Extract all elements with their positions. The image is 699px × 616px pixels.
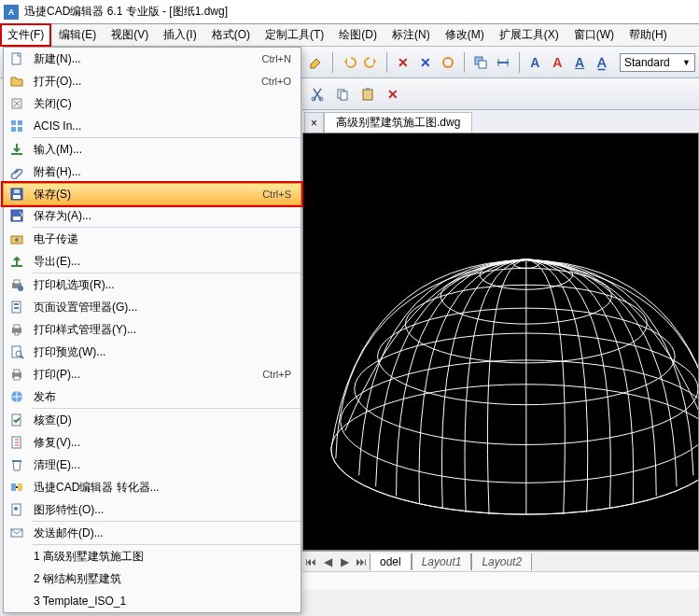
delete-x-icon[interactable]: ✕ (382, 83, 404, 105)
layout-tabs: ⏮ ◀ ▶ ⏭ odel Layout1 Layout2 (302, 551, 699, 571)
file-menu-item[interactable]: 3 Template_ISO_1 (4, 590, 301, 612)
svg-rect-48 (341, 91, 347, 100)
file-menu-item[interactable]: 输入(M)... (4, 138, 301, 161)
open-icon (4, 70, 30, 92)
redo-icon[interactable] (361, 51, 382, 74)
tool-paint-icon[interactable] (306, 51, 327, 74)
blue-x-icon[interactable]: ✕ (415, 51, 436, 74)
text-a3-button[interactable]: A (569, 51, 590, 74)
file-menu-item[interactable]: 迅捷CAD编辑器 转化器... (4, 476, 301, 498)
menu-item-label: 打印机选项(R)... (30, 277, 291, 293)
file-menu-item[interactable]: 2 钢结构别墅建筑 (4, 567, 301, 590)
copy-prop-icon[interactable] (470, 51, 491, 74)
file-menu-item[interactable]: 保存(S)Ctrl+S (3, 183, 301, 205)
red-x-icon[interactable]: ✕ (393, 51, 413, 74)
menu-item-label: 打印样式管理器(Y)... (30, 322, 291, 338)
menu-edit[interactable]: 编辑(E) (51, 23, 104, 47)
svg-line-32 (21, 356, 23, 358)
file-menu-item[interactable]: 打印机选项(R)... (4, 273, 301, 296)
conv-icon (4, 476, 30, 498)
new-icon (4, 48, 30, 70)
layout-tab-1[interactable]: Layout1 (412, 553, 472, 570)
dim-icon[interactable] (493, 51, 513, 74)
file-menu-item[interactable]: 关闭(C) (4, 92, 301, 115)
menu-item-label: 保存(S) (30, 187, 262, 203)
menu-item-label: 2 钢结构别墅建筑 (30, 571, 291, 587)
file-menu-dropdown: 新建(N)...Ctrl+N打开(O)...Ctrl+O关闭(C)ACIS In… (3, 47, 301, 613)
file-menu-item[interactable]: 打印(P)...Ctrl+P (4, 363, 301, 385)
menu-item-label: 打印预览(W)... (30, 344, 291, 360)
menu-dimension[interactable]: 标注(N) (384, 23, 438, 47)
svg-rect-14 (13, 195, 21, 199)
file-menu-item[interactable]: 电子传递 (4, 228, 301, 250)
copy-icon[interactable] (331, 83, 354, 105)
style-combo[interactable]: Standard ▼ (620, 53, 695, 72)
saveas-icon (4, 204, 30, 227)
recover-icon (4, 431, 30, 454)
file-menu-item[interactable]: 发送邮件(D)... (4, 522, 301, 544)
menu-modify[interactable]: 修改(M) (438, 23, 492, 47)
doc-tab-1[interactable]: 高级别墅建筑施工图.dwg (324, 112, 472, 133)
layout-last-icon[interactable]: ⏭ (353, 553, 370, 570)
window-title: 迅捷CAD编辑器 6.1 专业版 - [图纸1.dwg] (24, 4, 228, 20)
layout-first-icon[interactable]: ⏮ (302, 553, 319, 570)
document-tabs: × 高级别墅建筑施工图.dwg (302, 110, 699, 133)
file-menu-item[interactable]: 修复(V)... (4, 431, 301, 454)
svg-rect-15 (14, 189, 20, 193)
file-menu-item[interactable]: 打印样式管理器(Y)... (4, 318, 301, 341)
paste-icon[interactable] (356, 83, 379, 105)
menu-draw[interactable]: 绘图(D) (331, 23, 384, 47)
svg-point-19 (15, 238, 19, 242)
file-menu-item[interactable]: 保存为(A)... (4, 204, 301, 227)
mail-icon (4, 522, 30, 544)
file-menu-item[interactable]: 导出(E)... (4, 250, 301, 273)
file-menu-item[interactable]: ACIS In... (4, 115, 301, 137)
menu-help[interactable]: 帮助(H) (622, 23, 675, 47)
file-menu-item[interactable]: 1 高级别墅建筑施工图 (4, 545, 301, 567)
menu-insert[interactable]: 插入(I) (156, 23, 203, 47)
pagesetup-icon (4, 296, 30, 318)
drawing-canvas[interactable] (302, 133, 699, 551)
layout-tab-model[interactable]: odel (370, 553, 412, 570)
menu-item-label: 发布 (30, 389, 291, 405)
file-menu-item[interactable]: 附着(H)... (4, 161, 301, 183)
file-menu-item[interactable]: 清理(E)... (4, 454, 301, 476)
svg-point-0 (443, 58, 453, 67)
svg-rect-41 (18, 483, 22, 491)
menu-view[interactable]: 视图(V) (104, 23, 156, 47)
menu-item-label: 修复(V)... (30, 435, 291, 451)
close-icon (4, 92, 30, 115)
menu-item-label: 核查(D) (30, 413, 291, 428)
menu-item-label: 页面设置管理器(G)... (30, 300, 291, 315)
file-menu-item[interactable]: 图形特性(O)... (4, 498, 301, 521)
file-menu-item[interactable]: 打开(O)...Ctrl+O (4, 70, 301, 92)
file-menu-item[interactable]: 页面设置管理器(G)... (4, 296, 301, 318)
cut-icon[interactable] (306, 83, 329, 105)
layout-next-icon[interactable]: ▶ (336, 553, 353, 570)
circle-icon[interactable] (438, 51, 458, 74)
menu-file[interactable]: 文件(F) (0, 23, 51, 47)
svg-rect-49 (363, 90, 372, 100)
file-menu-item[interactable]: 核查(D) (4, 409, 301, 431)
file-menu-item[interactable]: 新建(N)...Ctrl+N (4, 48, 301, 70)
file-menu-item[interactable]: 打印预览(W)... (4, 341, 301, 363)
menu-bar: 文件(F) 编辑(E) 视图(V) 插入(I) 格式(O) 定制工具(T) 绘图… (0, 24, 699, 47)
chevron-down-icon: ▼ (682, 58, 691, 67)
content-area: ✕ × 高级别墅建筑施工图.dwg (302, 78, 699, 616)
layout-tab-2[interactable]: Layout2 (471, 553, 532, 570)
menu-window[interactable]: 窗口(W) (566, 23, 622, 47)
menu-format[interactable]: 格式(O) (204, 23, 258, 47)
undo-icon[interactable] (339, 51, 359, 74)
text-a2-button[interactable]: A (547, 51, 567, 74)
blank-icon (4, 590, 30, 612)
file-menu-item[interactable]: 发布 (4, 385, 301, 408)
svg-rect-11 (18, 127, 22, 132)
menu-ext[interactable]: 扩展工具(X) (492, 23, 566, 47)
doc-tab-close[interactable]: × (304, 112, 324, 133)
text-a1-button[interactable]: A (525, 51, 546, 74)
text-a4-button[interactable]: A̲ (592, 51, 612, 74)
menu-tools[interactable]: 定制工具(T) (258, 23, 331, 47)
title-bar: A 迅捷CAD编辑器 6.1 专业版 - [图纸1.dwg] (0, 0, 699, 24)
preview-icon (4, 341, 30, 363)
layout-prev-icon[interactable]: ◀ (319, 553, 336, 570)
